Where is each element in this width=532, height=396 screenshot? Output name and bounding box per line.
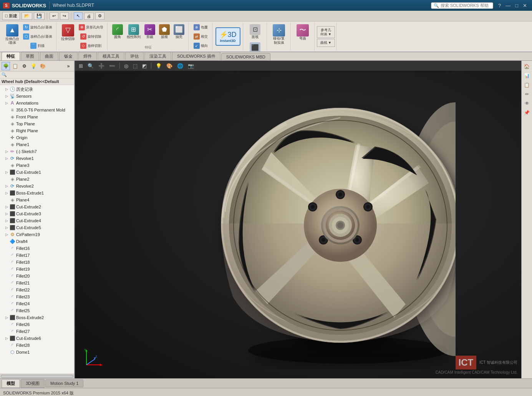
- tree-item-fillet18[interactable]: ◜Fillet18: [0, 259, 74, 266]
- tree-item-cut-extrude6[interactable]: ▷⬛Cut-Extrude6: [0, 335, 74, 342]
- viewport-3d-button[interactable]: ◎: [123, 62, 130, 70]
- emboss-button[interactable]: ⬛ 压凸: [248, 41, 262, 52]
- viewport-zoom-fit-button[interactable]: 🔍: [86, 62, 95, 70]
- shell-button[interactable]: ⬜ 抽壳: [172, 23, 186, 44]
- tree-item-cut-extrude3[interactable]: ▷⬛Cut-Extrude3: [0, 210, 74, 217]
- 3d-viewport[interactable]: ⊞ 🔍 ➕ ➖ ◎ ⬚ ◩ 💡 🎨 🌐 📷: [75, 61, 521, 378]
- tree-item-plane2[interactable]: ◈Plane2: [0, 176, 74, 183]
- sweep-boss-button[interactable]: ⌒ 扫描: [22, 42, 54, 50]
- save-button[interactable]: 💾: [34, 12, 45, 20]
- viewport-camera-button[interactable]: 📷: [186, 62, 196, 70]
- reference-geometry-button[interactable]: 参考几何体 ▼: [317, 26, 335, 38]
- tree-item-front-plane[interactable]: ◈Front Plane: [0, 113, 74, 120]
- tree-scrollbar[interactable]: [0, 374, 74, 378]
- right-panel-list-button[interactable]: 📋: [523, 81, 531, 89]
- print-button[interactable]: 🖨: [84, 13, 94, 20]
- cursor-button[interactable]: ↖: [74, 12, 83, 20]
- linear-pattern-button[interactable]: ⊞ 线性阵列: [125, 23, 142, 44]
- options-button[interactable]: ⚙: [95, 12, 104, 20]
- draft-button[interactable]: ⬟ 拔模: [157, 23, 171, 44]
- tree-item-fillet17[interactable]: ◜Fillet17: [0, 252, 74, 259]
- help-button[interactable]: ?: [496, 2, 503, 9]
- tab-weldments[interactable]: 焊件: [78, 52, 97, 60]
- tree-item-fillet20[interactable]: ◜Fillet20: [0, 273, 74, 280]
- new-button[interactable]: □ 新建: [2, 12, 20, 20]
- tab-surface[interactable]: 曲面: [40, 52, 58, 60]
- tree-item-dome1[interactable]: ⬡Dome1: [0, 349, 74, 356]
- tree-item-cut-extrude1[interactable]: ▷⬛Cut-Extrude1: [0, 169, 74, 176]
- viewport-scene-button[interactable]: 🌐: [176, 62, 185, 70]
- open-button[interactable]: 📂: [22, 12, 32, 20]
- feature-tree-tab[interactable]: 🌳: [2, 62, 10, 70]
- wrap-button[interactable]: ⊗ 包覆: [192, 23, 209, 32]
- tab-sketch[interactable]: 草图: [21, 52, 39, 60]
- tree-item-fillet19[interactable]: ◜Fillet19: [0, 266, 74, 273]
- tree-item-plane1[interactable]: ◈Plane1: [0, 141, 74, 148]
- tree-item-boss-extrude1[interactable]: ▷⬛Boss-Extrude1: [0, 190, 74, 196]
- instant3d-button[interactable]: ⚡3D Instant3D: [215, 27, 240, 46]
- tree-item-fillet27[interactable]: ◜Fillet27: [0, 328, 74, 335]
- revolve-boss-button[interactable]: ↻ 旋转凸台/基体: [22, 23, 54, 32]
- tree-item-revolve2[interactable]: ▷⟳Revolve2: [0, 183, 74, 190]
- right-panel-edit-button[interactable]: ✏: [523, 90, 531, 98]
- right-panel-pin-button[interactable]: 📌: [523, 108, 531, 117]
- tree-item-fillet23[interactable]: ◜Fillet23: [0, 293, 74, 300]
- tree-item-draft4[interactable]: 🔷Draft4: [0, 238, 74, 245]
- tree-item-origin[interactable]: ✛Origin: [0, 134, 74, 141]
- tree-item-fillet21[interactable]: ◜Fillet21: [0, 280, 74, 286]
- tab-mbd[interactable]: SOLIDWORKS MBD: [221, 53, 270, 60]
- tab-evaluate[interactable]: 评估: [125, 52, 144, 60]
- intersect-button[interactable]: ↙ 镜向: [192, 42, 209, 50]
- curves-button[interactable]: 曲线 ▼: [317, 39, 335, 47]
- viewport-zoom-in-button[interactable]: ➕: [97, 62, 106, 70]
- redo-button[interactable]: ↪: [60, 12, 69, 20]
- tree-item-fillet26[interactable]: ◜Fillet26: [0, 321, 74, 328]
- tree-item-cut-extrude2[interactable]: ▷⬛Cut-Extrude2: [0, 203, 74, 210]
- viewport-section-button[interactable]: ◩: [141, 62, 148, 70]
- tab-plugins[interactable]: SOLIDWORKS 插件: [172, 52, 220, 60]
- tree-item-fillet25[interactable]: ◜Fillet25: [0, 307, 74, 314]
- panel-expand-button[interactable]: »: [64, 62, 73, 70]
- tab-render[interactable]: 渲染工具: [144, 52, 171, 60]
- tab-sheetmetal[interactable]: 钣金: [59, 52, 78, 60]
- viewport-display-button[interactable]: ⬚: [131, 62, 139, 70]
- tree-item-fillet16[interactable]: ◜Fillet16: [0, 245, 74, 252]
- tree-item-material[interactable]: ≡356.0-T6 Permanent Mold: [0, 106, 74, 113]
- bottom-tab-motion[interactable]: Motion Study 1: [45, 379, 83, 387]
- display-tab[interactable]: 💡: [29, 62, 38, 70]
- tree-item-fillet24[interactable]: ◜Fillet24: [0, 300, 74, 307]
- curve-button[interactable]: 〜 弯曲: [295, 23, 310, 50]
- tree-item-top-plane[interactable]: ◈Top Plane: [0, 120, 74, 127]
- tree-item-plane3[interactable]: ◈Plane3: [0, 162, 74, 169]
- mirror-button[interactable]: ⇌ 相交: [192, 32, 209, 41]
- tree-item-fillet28[interactable]: ◜Fillet28: [0, 342, 74, 349]
- extrude-boss-button[interactable]: ▲ 拉伸凸台/基体: [4, 23, 21, 50]
- tree-item-revolve1[interactable]: ▷⟳Revolve1: [0, 155, 74, 162]
- tree-item-cut-extrude4[interactable]: ▷⬛Cut-Extrude4: [0, 217, 74, 224]
- close-button[interactable]: ✕: [521, 2, 529, 9]
- tab-features[interactable]: 特征: [2, 52, 20, 60]
- tree-item-sensors[interactable]: ▷📡Sensors: [0, 93, 74, 100]
- maximize-button[interactable]: □: [513, 2, 520, 9]
- tree-item-right-plane[interactable]: ◈Right Plane: [0, 127, 74, 134]
- normal-to-button[interactable]: ⊡ 面视: [248, 23, 262, 40]
- minimize-button[interactable]: —: [504, 2, 512, 9]
- viewport-appearance-button[interactable]: 🎨: [165, 62, 174, 70]
- sweep-button[interactable]: ✂ 剪裁: [143, 23, 157, 44]
- viewport-zoom-out-button[interactable]: ➖: [108, 62, 117, 70]
- config-tab[interactable]: ⚙: [20, 62, 28, 70]
- tree-item-fillet22[interactable]: ◜Fillet22: [0, 286, 74, 293]
- properties-tab[interactable]: 📋: [11, 62, 19, 70]
- tree-item-sketch7[interactable]: ▷✏(-) Sketch7: [0, 148, 74, 155]
- tree-item-boss-extrude2[interactable]: ▷⬛Boss-Extrude2: [0, 314, 74, 321]
- tree-item-plane4[interactable]: ◈Plane4: [0, 196, 74, 203]
- bottom-tab-model[interactable]: 模型: [2, 379, 20, 388]
- hole-wizard-button[interactable]: ⊕ 异形孔向导: [77, 23, 105, 32]
- undo-button[interactable]: ↩: [50, 12, 58, 20]
- extrude-cut-button[interactable]: ▽ 拉伸切除: [60, 23, 76, 50]
- loft-cut-button[interactable]: ◇ 放样切割: [77, 42, 105, 50]
- loft-boss-button[interactable]: ⬡ 放样凸台/基体: [22, 32, 54, 41]
- revolve-cut-button[interactable]: ↺ 旋转切除: [77, 32, 105, 41]
- bottom-tab-3dview[interactable]: 3D视图: [21, 379, 45, 388]
- viewport-light-button[interactable]: 💡: [154, 62, 163, 70]
